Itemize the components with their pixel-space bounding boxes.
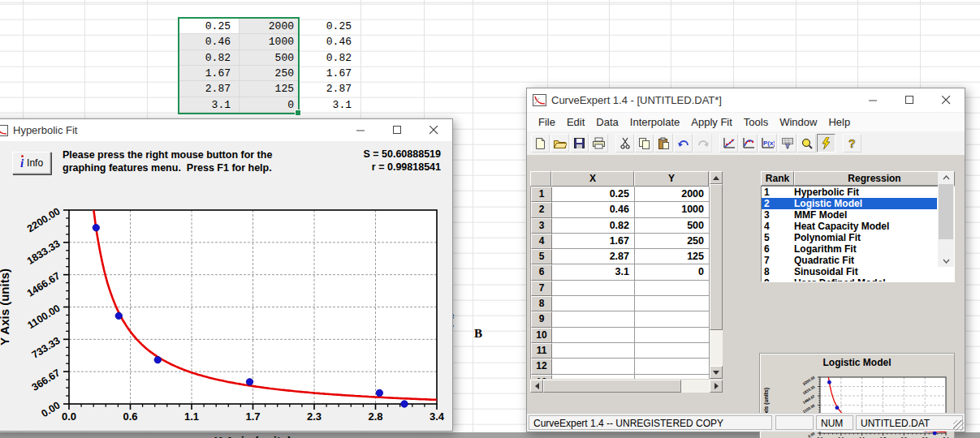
table-row[interactable]: 8 [531, 296, 710, 311]
sheet-cell[interactable]: 0.46 [298, 34, 360, 49]
table-cell-x[interactable]: 3.1 [552, 264, 635, 280]
regression-list[interactable]: 1Hyperbolic Fit2Logistic Model3MMF Model… [761, 186, 955, 282]
info-button[interactable]: i Info [12, 152, 51, 174]
sheet-cell[interactable]: 3.1 [298, 97, 360, 113]
table-row[interactable]: 12 [531, 359, 710, 374]
row-number[interactable]: 7 [531, 281, 552, 296]
sheet-cell[interactable]: 2000 [240, 19, 298, 34]
table-cell-x[interactable]: 0.25 [552, 187, 635, 202]
copy-button[interactable] [635, 134, 654, 152]
table-scroll-down-icon[interactable] [710, 366, 723, 379]
table-cell-y[interactable] [635, 281, 710, 296]
table-scroll-up-icon[interactable] [710, 171, 723, 184]
table-row[interactable]: 9 [531, 311, 710, 327]
menu-interpolate[interactable]: Interpolate [624, 114, 685, 130]
table-header-x[interactable]: X [551, 171, 634, 187]
cut-button[interactable] [615, 134, 634, 152]
sheet-cell[interactable]: 3.1 [179, 97, 240, 113]
adjacent-column[interactable]: 0.250.460.821.672.873.1 [298, 19, 360, 113]
row-number[interactable]: 1 [531, 187, 552, 202]
table-cell-y[interactable] [635, 343, 710, 359]
sheet-row[interactable]: 3.10 [179, 97, 298, 113]
regression-item-quadratic-fit[interactable]: 7Quadratic Fit [762, 255, 937, 266]
table-cell-y[interactable] [635, 359, 710, 374]
data-filter-button[interactable] [778, 134, 797, 152]
selected-range[interactable]: 0.2520000.4610000.825001.672502.871253.1… [179, 19, 298, 113]
table-cell-y[interactable]: 1000 [635, 202, 710, 217]
new-file-button[interactable] [531, 134, 550, 152]
table-cell-x[interactable] [552, 296, 635, 311]
table-cell-y[interactable]: 2000 [635, 187, 710, 202]
table-cell-x[interactable] [552, 328, 635, 343]
regression-item-hyperbolic-fit[interactable]: 1Hyperbolic Fit [762, 187, 937, 198]
resize-grip-icon[interactable] [953, 420, 964, 431]
table-cell-y[interactable] [635, 375, 710, 379]
table-vscroll-thumb[interactable] [710, 184, 723, 330]
close-icon[interactable] [416, 119, 452, 141]
table-row[interactable]: 10.252000 [531, 187, 710, 202]
table-cell-y[interactable]: 0 [635, 264, 710, 280]
redo-button[interactable] [693, 134, 712, 152]
table-header-y[interactable]: Y [634, 171, 709, 187]
linear-fit-button[interactable] [719, 134, 738, 152]
rank-scrollbar[interactable] [938, 172, 954, 267]
sheet-cell[interactable]: 1.67 [298, 66, 360, 81]
table-cell-x[interactable] [552, 359, 635, 374]
sheet-cell[interactable]: 125 [240, 81, 298, 97]
hyperbolic-fit-chart[interactable]: 0.00.61.11.72.32.83.40.00366.67733.33110… [0, 201, 454, 438]
table-row[interactable]: 13 [531, 375, 710, 379]
table-cell-x[interactable] [552, 375, 635, 379]
sheet-cell[interactable]: 0.82 [298, 50, 360, 66]
table-cell-y[interactable]: 500 [635, 218, 710, 234]
maximize-icon[interactable] [891, 88, 928, 113]
menu-tools[interactable]: Tools [738, 114, 774, 130]
sheet-row[interactable]: 0.82500 [179, 50, 298, 66]
row-number[interactable]: 4 [531, 234, 552, 249]
row-number[interactable]: 13 [531, 375, 552, 379]
row-number[interactable]: 2 [531, 202, 552, 217]
table-cell-x[interactable]: 1.67 [552, 234, 635, 249]
row-number[interactable]: 12 [531, 359, 552, 374]
paste-button[interactable] [654, 134, 673, 152]
row-number[interactable]: 8 [531, 296, 552, 311]
regression-item-logistic-model[interactable]: 2Logistic Model [762, 198, 937, 209]
sheet-cell[interactable]: 0 [240, 97, 298, 113]
regression-item-user-defined-model[interactable]: 9User-Defined Model [762, 277, 937, 282]
menu-file[interactable]: File [533, 114, 561, 130]
app-titlebar[interactable]: CurveExpert 1.4 - [UNTITLED.DAT*] [527, 88, 965, 113]
zoom-graph-button[interactable] [797, 134, 816, 152]
table-scroll-right-icon[interactable] [710, 380, 723, 393]
table-scroll-left-icon[interactable] [530, 380, 543, 393]
table-cell-x[interactable] [552, 281, 635, 296]
table-cell-y[interactable] [635, 328, 710, 343]
sheet-cell[interactable]: 0.46 [179, 34, 240, 49]
polynomial-fit-button[interactable]: P(x) [758, 134, 777, 152]
table-cell-x[interactable]: 0.82 [552, 218, 635, 234]
table-corner-cell[interactable] [530, 171, 551, 187]
sheet-cell[interactable]: 2.87 [298, 81, 360, 97]
sheet-cell[interactable]: 2.87 [179, 81, 240, 97]
table-row[interactable]: 63.10 [531, 264, 710, 280]
print-button[interactable] [589, 134, 608, 152]
regression-item-polynomial-fit[interactable]: 5Polynomial Fit [762, 232, 937, 243]
table-row[interactable]: 10 [531, 328, 710, 343]
nonlinear-fit-button[interactable] [739, 134, 758, 152]
table-rows[interactable]: 10.25200020.46100030.8250041.6725052.871… [530, 187, 710, 379]
sheet-row[interactable]: 2.87125 [179, 81, 298, 97]
table-cell-x[interactable] [552, 311, 635, 327]
table-cell-y[interactable] [635, 311, 710, 327]
help-button[interactable]: ? [843, 134, 861, 152]
sheet-row[interactable]: 1.67250 [179, 66, 298, 81]
row-number[interactable]: 3 [531, 218, 552, 234]
table-row[interactable]: 20.461000 [531, 202, 710, 217]
table-cell-x[interactable]: 2.87 [552, 249, 635, 264]
menu-apply-fit[interactable]: Apply Fit [685, 114, 738, 130]
menu-window[interactable]: Window [774, 114, 822, 130]
minimize-icon[interactable] [855, 88, 891, 113]
sheet-cell[interactable]: 1.67 [179, 66, 240, 81]
menu-data[interactable]: Data [590, 114, 624, 130]
close-icon[interactable] [928, 88, 965, 113]
row-number[interactable]: 9 [531, 311, 552, 327]
table-row[interactable]: 41.67250 [531, 234, 710, 249]
row-number[interactable]: 5 [531, 249, 552, 264]
